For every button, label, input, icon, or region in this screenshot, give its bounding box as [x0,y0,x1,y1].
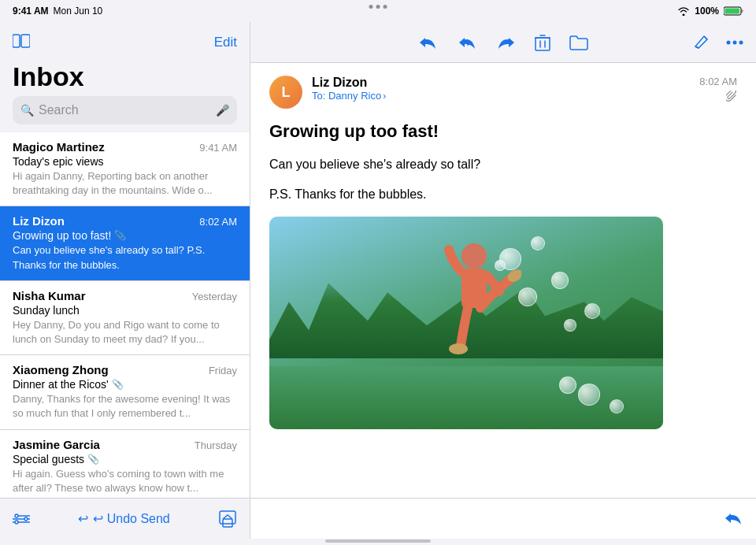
wifi-icon [677,6,690,16]
svg-point-7 [24,517,28,521]
svg-rect-1 [725,9,740,14]
chevron-right-icon: › [383,91,386,102]
sender-avatar: L [269,76,302,109]
mail-subject: Sunday lunch [13,304,80,317]
status-bar: 9:41 AM Mon Jun 10 100% [0,0,756,22]
email-meta: Liz Dizon To: Danny Rico › [312,76,690,102]
mail-preview: Hi again. Guess who's coming to town wit… [13,467,237,495]
home-bar [325,539,431,543]
mail-list-panel: Edit Inbox 🔍 Search 🎤 Magico Martinez 9:… [0,22,250,539]
attachment-icon: 📎 [114,230,126,241]
email-attachment-image [269,217,663,429]
mail-subject: Today's epic views [13,155,104,168]
inbox-title: Inbox [0,63,250,96]
email-toolbar-right-actions [693,34,743,51]
attachment-icon: 📎 [112,379,124,390]
mail-item[interactable]: Nisha Kumar Yesterday Sunday lunch Hey D… [0,281,250,355]
email-view-panel: L Liz Dizon To: Danny Rico › 8:02 AM [250,22,756,539]
compose-button[interactable] [218,510,237,528]
mail-preview: Can you believe she's already so tall? P… [13,243,237,272]
svg-rect-13 [220,511,235,524]
mail-item[interactable]: Jasmine Garcia Thursday Special guests 📎… [0,430,250,499]
mail-subject: Growing up too fast! [13,229,111,242]
mail-sender: Nisha Kumar [13,289,86,302]
email-toolbar [250,22,756,63]
sidebar-toggle-button[interactable] [13,34,30,51]
mail-time: Thursday [195,439,237,451]
svg-point-5 [15,514,18,517]
email-toolbar-center [418,34,588,51]
mail-sender: Jasmine Garcia [13,438,100,451]
email-header: L Liz Dizon To: Danny Rico › 8:02 AM [269,76,737,109]
bubble [518,287,537,306]
bubble [551,272,569,289]
reply-button[interactable] [418,35,437,50]
status-time: 9:41 AM [13,6,49,17]
new-compose-button[interactable] [693,34,710,51]
email-received-time: 8:02 AM [699,76,737,87]
mail-item[interactable]: Magico Martinez 9:41 AM Today's epic vie… [0,132,250,206]
mail-preview: Hi again Danny, Reporting back on anothe… [13,169,237,198]
microphone-icon[interactable]: 🎤 [216,104,229,117]
undo-send-button[interactable]: ↩ ↩ Undo Send [78,511,170,526]
svg-rect-15 [536,38,550,50]
folder-button[interactable] [569,35,588,50]
battery-icon [724,6,743,16]
mail-bottom-toolbar: ↩ ↩ Undo Send [0,498,250,539]
reply-bottom-button[interactable] [723,510,743,528]
email-bottom-bar [250,498,756,539]
battery-level: 100% [695,6,719,17]
mail-time: 9:41 AM [199,142,237,154]
trash-button[interactable] [535,34,550,51]
bubble [578,384,600,406]
more-button[interactable] [726,40,743,45]
email-to: To: Danny Rico › [312,90,690,102]
mail-list-toolbar: Edit [0,22,250,63]
undo-send-label: ↩ Undo Send [93,511,170,526]
email-from: Liz Dizon [312,76,690,90]
mail-subject: Dinner at the Ricos' [13,378,109,391]
bubble [531,236,545,250]
mail-preview: Hey Danny, Do you and Rigo want to come … [13,318,237,347]
svg-rect-4 [21,35,30,47]
svg-point-21 [739,40,743,44]
mail-sender: Magico Martinez [13,140,105,154]
mail-sender: Liz Dizon [13,214,65,228]
mail-sender: Xiaomeng Zhong [13,363,109,376]
mail-subject: Special guests [13,453,84,465]
mail-time: Yesterday [192,291,237,302]
forward-button[interactable] [497,35,516,50]
reply-all-button[interactable] [456,35,478,50]
svg-rect-3 [13,35,20,47]
status-day: Mon Jun 10 [54,6,103,17]
search-bar[interactable]: 🔍 Search 🎤 [13,96,237,124]
mail-item[interactable]: Xiaomeng Zhong Friday Dinner at the Rico… [0,355,250,429]
email-body: Can you believe she's already so tall? P… [269,154,737,204]
compose-icon [218,510,237,528]
undo-send-icon: ↩ [78,511,88,526]
status-bar-right: 100% [677,6,743,17]
email-time-group: 8:02 AM [699,76,737,102]
mail-preview: Danny, Thanks for the awesome evening! I… [13,392,237,421]
email-content: L Liz Dizon To: Danny Rico › 8:02 AM [250,63,756,498]
email-subject: Growing up too fast! [269,121,737,142]
search-icon: 🔍 [20,104,34,117]
home-indicator [0,539,756,545]
email-body-line1: Can you believe she's already so tall? [269,154,737,175]
filter-button[interactable] [13,512,30,526]
svg-point-24 [449,343,468,354]
svg-point-22 [461,243,487,269]
svg-point-20 [733,40,737,44]
status-bar-left: 9:41 AM Mon Jun 10 [13,6,102,17]
filter-icon [13,512,30,526]
mail-item[interactable]: Liz Dizon 8:02 AM Growing up too fast! 📎… [0,206,250,280]
attachment-icon: 📎 [87,454,99,465]
svg-point-19 [727,40,731,44]
email-attachment-icon [726,91,737,102]
edit-button[interactable]: Edit [214,35,237,50]
svg-rect-14 [223,519,232,527]
mail-time: 8:02 AM [199,216,237,228]
svg-rect-2 [742,9,743,13]
svg-point-6 [15,521,18,524]
email-body-line2: P.S. Thanks for the bubbles. [269,184,737,205]
